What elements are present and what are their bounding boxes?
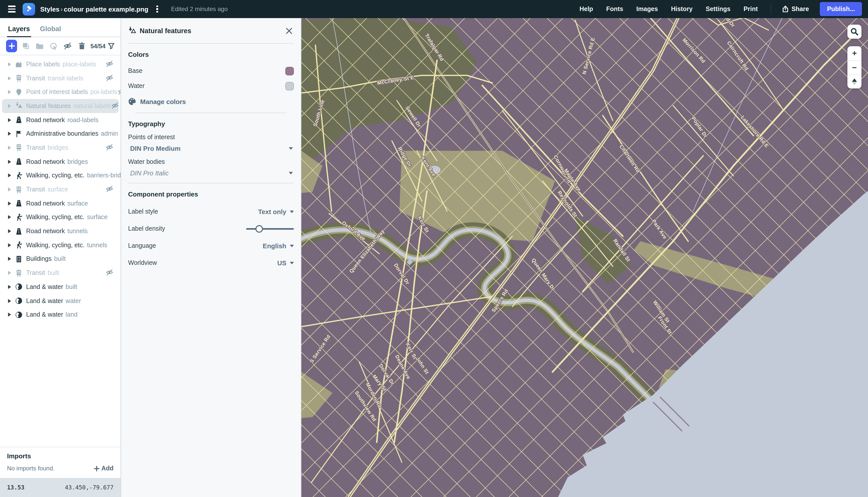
expand-triangle-icon[interactable] xyxy=(8,313,11,316)
layer-name: Transit xyxy=(26,144,45,151)
road-icon xyxy=(15,199,23,207)
expand-triangle-icon[interactable] xyxy=(8,90,11,94)
slider-knob[interactable] xyxy=(255,225,263,232)
layer-name: Natural features xyxy=(26,102,71,110)
eye-off-icon[interactable] xyxy=(117,88,120,96)
layer-name: Road network xyxy=(26,116,65,123)
layer-row-barriers-bridges[interactable]: Walking, cycling, etc.barriers-bridges xyxy=(2,169,118,182)
expand-triangle-icon[interactable] xyxy=(8,271,11,275)
topbar-divider xyxy=(770,3,771,15)
expand-triangle-icon[interactable] xyxy=(8,215,11,219)
map-search-button[interactable] xyxy=(848,25,862,39)
expand-triangle-icon[interactable] xyxy=(8,76,11,80)
layer-row-water[interactable]: Land & waterwater xyxy=(2,294,118,308)
select-layer-button[interactable] xyxy=(49,40,59,52)
layer-row-place-labels[interactable]: Place labelsplace-labels xyxy=(2,57,118,71)
layer-row-built[interactable]: Buildingsbuilt xyxy=(2,252,118,266)
zoom-level: 13.53 xyxy=(7,484,24,491)
topbar-menu-images[interactable]: Images xyxy=(630,2,664,16)
layer-row-road-labels[interactable]: Road networkroad-labels xyxy=(2,113,118,127)
menu-icon[interactable] xyxy=(6,4,18,15)
topbar-menu-help[interactable]: Help xyxy=(573,2,599,16)
water-font-dropdown[interactable]: DIN Pro Italic xyxy=(128,168,294,178)
layer-row-built[interactable]: Land & waterbuilt xyxy=(2,280,118,294)
expand-triangle-icon[interactable] xyxy=(8,201,11,205)
eye-off-icon[interactable] xyxy=(105,269,114,277)
add-import-button[interactable]: Add xyxy=(94,465,114,472)
water-color-swatch[interactable] xyxy=(285,82,294,90)
breadcrumb-root[interactable]: Styles xyxy=(40,5,59,13)
add-layer-button[interactable] xyxy=(6,40,17,52)
topbar-menu-settings[interactable]: Settings xyxy=(699,2,737,16)
layer-row-surface[interactable]: Walking, cycling, etc.surface xyxy=(2,210,118,224)
layer-row-bridges[interactable]: Transitbridges xyxy=(2,141,118,155)
topbar-menu-print[interactable]: Print xyxy=(737,2,764,16)
tab-layers[interactable]: Layers xyxy=(7,25,31,37)
expand-triangle-icon[interactable] xyxy=(8,187,11,191)
worldview-dropdown[interactable]: US xyxy=(277,259,294,267)
expand-triangle-icon[interactable] xyxy=(8,243,11,247)
zoom-out-button[interactable]: − xyxy=(848,60,862,74)
eye-off-icon[interactable] xyxy=(111,102,119,110)
expand-triangle-icon[interactable] xyxy=(8,104,11,108)
kebab-menu-icon[interactable] xyxy=(154,4,161,14)
layer-id: land xyxy=(66,311,77,318)
base-color-swatch[interactable] xyxy=(285,67,294,75)
label-style-dropdown[interactable]: Text only xyxy=(258,208,294,215)
share-button[interactable]: Share xyxy=(777,2,814,16)
publish-button[interactable]: Publish... xyxy=(820,2,862,16)
expand-triangle-icon[interactable] xyxy=(8,229,11,233)
compass-pitch-button[interactable] xyxy=(848,74,862,88)
topbar-menu-history[interactable]: History xyxy=(665,2,699,16)
layer-row-tunnels[interactable]: Walking, cycling, etc.tunnels xyxy=(2,238,118,252)
style-editor-logo-icon[interactable] xyxy=(23,3,35,15)
tab-global[interactable]: Global xyxy=(39,25,62,37)
label-density-slider[interactable] xyxy=(246,224,294,233)
group-layer-button[interactable] xyxy=(35,40,45,52)
expand-triangle-icon[interactable] xyxy=(8,159,11,164)
layer-id: built xyxy=(66,283,77,290)
expand-triangle-icon[interactable] xyxy=(8,285,11,289)
expand-triangle-icon[interactable] xyxy=(8,257,11,261)
expand-triangle-icon[interactable] xyxy=(8,174,11,178)
map-canvas[interactable]: McCraney St ETrafalgar RdN Service Rd ES… xyxy=(301,18,868,497)
language-dropdown[interactable]: English xyxy=(263,242,294,250)
layer-name: Buildings xyxy=(26,256,52,262)
eye-off-icon[interactable] xyxy=(105,144,114,152)
eye-off-icon[interactable] xyxy=(105,185,114,194)
plus-icon xyxy=(8,43,15,49)
manage-colors-button[interactable]: Manage colors xyxy=(128,98,294,105)
hide-layer-button[interactable] xyxy=(62,40,73,52)
layer-row-admin[interactable]: Administrative boundariesadmin xyxy=(2,127,118,141)
colors-section: Colors Base Water Manage colors xyxy=(121,44,301,113)
layer-row-poi-labels[interactable]: Point of interest labelspoi-labels xyxy=(2,85,118,99)
layer-filter-control[interactable]: 54/54 xyxy=(90,42,115,49)
layer-row-surface[interactable]: Road networksurface xyxy=(2,197,118,210)
topbar-menu-fonts[interactable]: Fonts xyxy=(599,2,630,16)
breadcrumb-file[interactable]: colour palette example.png xyxy=(64,5,148,13)
eye-off-icon[interactable] xyxy=(105,74,114,82)
layer-row-surface[interactable]: Transitsurface xyxy=(2,182,118,196)
layer-row-natural-labels[interactable]: Natural featuresnatural-labels xyxy=(2,99,118,113)
eye-off-icon[interactable] xyxy=(105,60,114,68)
expand-triangle-icon[interactable] xyxy=(8,132,11,136)
mapbox-studio-window: Styles › colour palette example.png Edit… xyxy=(0,0,868,497)
chevron-down-icon xyxy=(290,261,294,264)
zoom-in-button[interactable]: + xyxy=(848,46,862,60)
layer-row-tunnels[interactable]: Road networktunnels xyxy=(2,224,118,238)
layer-name: Land & water xyxy=(26,283,63,290)
delete-layer-button[interactable] xyxy=(77,40,87,52)
expand-triangle-icon[interactable] xyxy=(8,299,11,303)
layer-row-bridges[interactable]: Road networkbridges xyxy=(2,155,118,169)
expand-triangle-icon[interactable] xyxy=(8,62,11,66)
expand-triangle-icon[interactable] xyxy=(8,118,11,122)
duplicate-layer-button[interactable] xyxy=(21,40,31,52)
close-panel-button[interactable] xyxy=(284,26,294,36)
expand-triangle-icon[interactable] xyxy=(8,146,11,150)
layer-id: built xyxy=(54,256,66,262)
layer-row-built[interactable]: Transitbuilt xyxy=(2,266,118,280)
layer-row-land[interactable]: Land & waterland xyxy=(2,308,118,322)
layer-row-transit-labels[interactable]: Transittransit-labels xyxy=(2,71,118,85)
natural-features-icon xyxy=(128,27,136,35)
poi-font-dropdown[interactable]: DIN Pro Medium xyxy=(128,144,294,153)
